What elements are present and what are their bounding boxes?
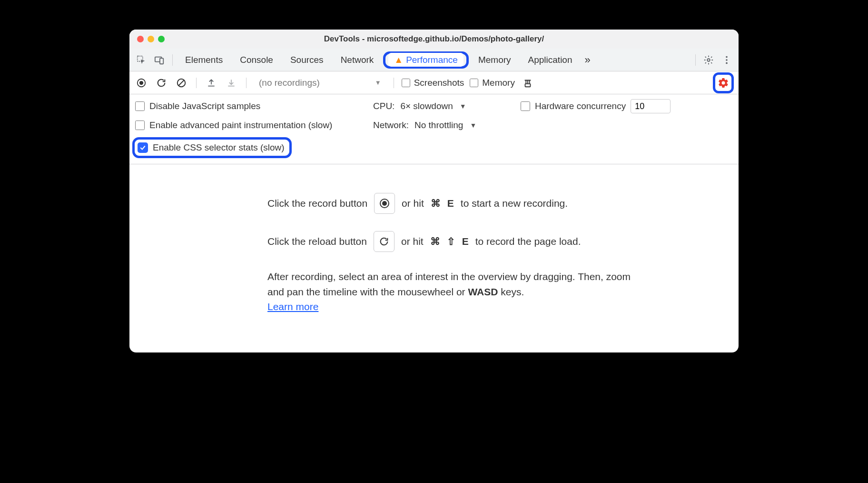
settings-icon[interactable] (700, 52, 717, 68)
svg-point-13 (382, 201, 387, 206)
svg-rect-11 (525, 83, 530, 86)
landing-text: or hit (401, 236, 424, 247)
memory-checkbox[interactable]: Memory (470, 78, 515, 88)
window-title: DevTools - microsoftedge.github.io/Demos… (129, 34, 739, 44)
screenshots-checkbox-input[interactable] (402, 79, 410, 87)
svg-line-10 (179, 80, 184, 85)
highlight-css-selector-stats: Enable CSS selector stats (slow) (132, 137, 292, 158)
key-e: E (462, 236, 469, 247)
memory-label: Memory (482, 78, 515, 88)
chevron-down-icon: ▼ (470, 121, 476, 129)
chevron-down-icon: ▼ (375, 79, 381, 86)
devtools-window: DevTools - microsoftedge.github.io/Demos… (129, 30, 739, 352)
svg-rect-2 (160, 58, 163, 64)
cpu-label: CPU: (373, 101, 395, 111)
separator (196, 78, 197, 88)
svg-point-4 (726, 56, 728, 58)
hw-checkbox[interactable] (521, 101, 530, 111)
svg-point-8 (139, 80, 143, 84)
performance-toolbar: (no recordings) ▼ Screenshots Memory (129, 71, 739, 94)
key-cmd: ⌘ (431, 198, 441, 209)
network-throttle-select[interactable]: Network: No throttling▼ (373, 120, 521, 131)
titlebar: DevTools - microsoftedge.github.io/Demos… (129, 30, 739, 49)
advanced-paint-option[interactable]: Enable advanced paint instrumentation (s… (135, 120, 373, 131)
disable-js-option[interactable]: Disable JavaScript samples (135, 99, 373, 113)
hardware-concurrency-option[interactable]: Hardware concurrency (521, 99, 739, 113)
tab-performance[interactable]: ▲Performance (388, 53, 464, 67)
css-stats-label: Enable CSS selector stats (slow) (153, 142, 285, 153)
tab-sources[interactable]: Sources (283, 52, 331, 68)
tab-performance-label: Performance (406, 55, 458, 65)
css-stats-checkbox[interactable] (138, 142, 148, 153)
chevron-down-icon: ▼ (460, 102, 466, 110)
key-cmd: ⌘ (430, 236, 440, 247)
upload-icon[interactable] (204, 76, 218, 90)
svg-point-6 (726, 62, 728, 64)
separator (394, 78, 394, 88)
reload-button-inline-icon[interactable] (374, 231, 395, 252)
screenshots-label: Screenshots (414, 78, 464, 88)
record-button-inline-icon[interactable] (374, 193, 395, 214)
cpu-value: 6× slowdown (400, 101, 453, 111)
wasd-bold: WASD (468, 286, 498, 297)
cpu-throttle-select[interactable]: CPU: 6× slowdown▼ (373, 99, 521, 113)
capture-settings-icon[interactable] (716, 76, 730, 90)
key-e: E (447, 198, 454, 209)
collect-garbage-icon[interactable] (521, 76, 535, 90)
key-shift: ⇧ (447, 236, 455, 247)
separator (695, 54, 696, 66)
recordings-dropdown[interactable]: (no recordings) ▼ (254, 76, 386, 90)
landing-text: keys. (498, 286, 524, 297)
record-button[interactable] (134, 76, 148, 90)
warning-icon: ▲ (394, 55, 403, 65)
tab-elements[interactable]: Elements (178, 52, 230, 68)
svg-point-5 (726, 59, 728, 61)
landing-text: or hit (402, 198, 424, 209)
separator (172, 54, 173, 66)
tabbar: Elements Console Sources Network ▲Perfor… (129, 49, 739, 71)
download-icon[interactable] (224, 76, 238, 90)
network-value: No throttling (414, 120, 463, 131)
adv-paint-checkbox[interactable] (135, 121, 145, 130)
reload-button[interactable] (154, 76, 168, 90)
landing-text: to start a new recording. (461, 198, 568, 209)
highlight-performance-tab: ▲Performance (383, 51, 469, 69)
highlight-capture-settings (713, 72, 734, 93)
tab-memory[interactable]: Memory (471, 52, 519, 68)
clear-button[interactable] (174, 76, 188, 90)
learn-more-link[interactable]: Learn more (267, 301, 318, 312)
adv-paint-label: Enable advanced paint instrumentation (s… (149, 120, 332, 131)
landing-text: to record the page load. (475, 236, 581, 247)
landing-text: After recording, select an area of inter… (267, 271, 631, 297)
capture-settings-panel: Disable JavaScript samples CPU: 6× slowd… (129, 94, 739, 164)
screenshots-checkbox[interactable]: Screenshots (402, 78, 464, 88)
performance-landing: Click the record button or hit ⌘ E to st… (129, 164, 739, 352)
tab-application[interactable]: Application (521, 52, 580, 68)
more-menu-icon[interactable] (719, 52, 735, 68)
landing-text: Click the reload button (267, 236, 367, 247)
inspect-element-icon[interactable] (133, 52, 149, 68)
tab-console[interactable]: Console (232, 52, 281, 68)
disable-js-label: Disable JavaScript samples (149, 101, 260, 111)
network-label: Network: (373, 120, 409, 131)
disable-js-checkbox[interactable] (135, 101, 145, 111)
tabs-overflow-button[interactable]: » (582, 52, 593, 68)
device-toolbar-icon[interactable] (151, 52, 168, 68)
hw-input[interactable] (631, 99, 671, 113)
landing-paragraph: After recording, select an area of inter… (267, 269, 648, 314)
recordings-placeholder: (no recordings) (259, 78, 320, 88)
tab-network[interactable]: Network (333, 52, 382, 68)
memory-checkbox-input[interactable] (470, 79, 478, 87)
landing-text: Click the record button (267, 198, 367, 209)
svg-point-3 (707, 59, 710, 61)
separator (246, 78, 247, 88)
hw-label: Hardware concurrency (535, 101, 626, 111)
